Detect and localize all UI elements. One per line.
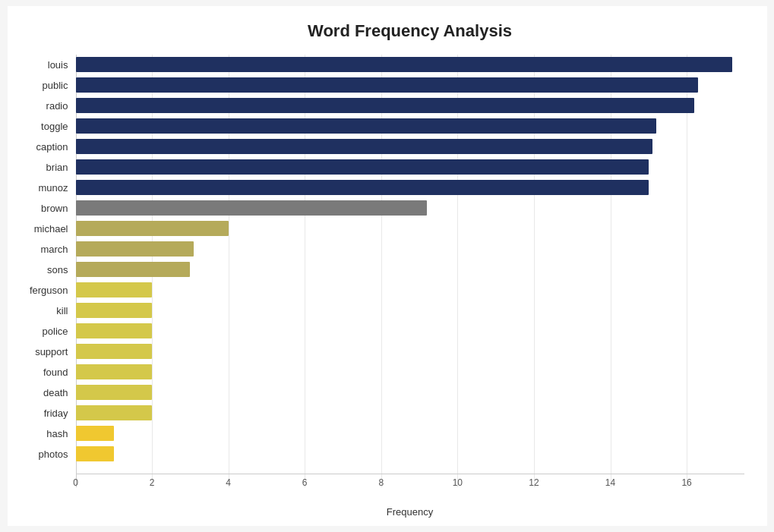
bar-row: sons (76, 260, 744, 279)
x-tick-label: 4 (226, 477, 231, 488)
bar-label: ferguson (15, 285, 76, 296)
x-tick-label: 0 (73, 477, 78, 488)
bar-row: friday (76, 403, 744, 423)
bar (76, 57, 733, 72)
bar-label: public (15, 80, 76, 91)
x-tick-label: 14 (605, 477, 615, 488)
bar-label: louis (15, 59, 76, 71)
bar-label: death (15, 387, 76, 398)
bar-label: friday (15, 408, 76, 419)
bar-row: police (76, 321, 744, 341)
bar (76, 262, 191, 277)
x-tick-label: 8 (378, 477, 384, 488)
bar-row: death (76, 382, 744, 402)
x-tick-label: 16 (681, 477, 691, 488)
bar-row: michael (76, 219, 744, 238)
bar (76, 118, 656, 134)
bar-label: brian (15, 162, 76, 173)
bar-label: brown (15, 203, 76, 214)
bar (76, 446, 114, 461)
x-tick-label: 12 (529, 477, 539, 488)
bar-label: munoz (15, 182, 76, 194)
bar-row: found (76, 362, 744, 382)
bar (76, 77, 699, 93)
x-tick-label: 6 (302, 477, 308, 488)
bar-row: kill (76, 301, 744, 320)
bar-row: march (76, 239, 744, 259)
bar-row: caption (76, 137, 744, 156)
chart-title: Word Frequency Analysis (76, 21, 744, 41)
bar-row: photos (76, 444, 744, 464)
bars-section: louispublicradiotogglecaptionbrianmunozb… (76, 55, 744, 487)
bar-label: found (15, 367, 76, 378)
bar-label: hash (15, 428, 76, 439)
bar (76, 426, 114, 441)
bar-label: march (15, 244, 76, 255)
bar-row: hash (76, 423, 744, 443)
bar-label: caption (15, 141, 76, 153)
bar-label: michael (15, 223, 76, 235)
bar-row: ferguson (76, 280, 744, 300)
bar-label: toggle (15, 121, 76, 132)
bar (76, 98, 695, 113)
bar-row: louis (76, 55, 744, 74)
bar (76, 405, 153, 420)
bar (76, 323, 153, 338)
bar-row: brown (76, 198, 744, 218)
bar-row: radio (76, 96, 744, 115)
bar (76, 180, 649, 195)
bar (76, 241, 194, 257)
bar (76, 200, 428, 216)
x-tick-label: 10 (453, 477, 463, 488)
x-tick-label: 2 (150, 477, 155, 488)
bar (76, 344, 153, 359)
bar-row: munoz (76, 178, 744, 197)
bar (76, 221, 229, 236)
x-axis-ticks: 0246810121416 (76, 474, 744, 490)
bar (76, 303, 153, 318)
bar-row: support (76, 342, 744, 361)
bar (76, 364, 153, 379)
bar (76, 282, 153, 297)
bar-row: toggle (76, 116, 744, 136)
bar (76, 385, 153, 400)
bar-row: public (76, 75, 744, 95)
bar (76, 139, 652, 154)
bar-label: kill (15, 305, 76, 316)
x-axis: 0246810121416 Frequency (76, 474, 744, 518)
bar-label: radio (15, 100, 76, 112)
chart-container: Word Frequency Analysis louispublicradio… (8, 6, 767, 526)
chart-inner: louispublicradiotogglecaptionbrianmunozb… (76, 55, 744, 487)
bar-row: brian (76, 157, 744, 177)
bar (76, 159, 649, 175)
bar-label: photos (15, 449, 76, 460)
bar-label: support (15, 346, 76, 357)
x-axis-label: Frequency (76, 506, 744, 518)
bar-label: sons (15, 264, 76, 275)
bar-label: police (15, 326, 76, 337)
